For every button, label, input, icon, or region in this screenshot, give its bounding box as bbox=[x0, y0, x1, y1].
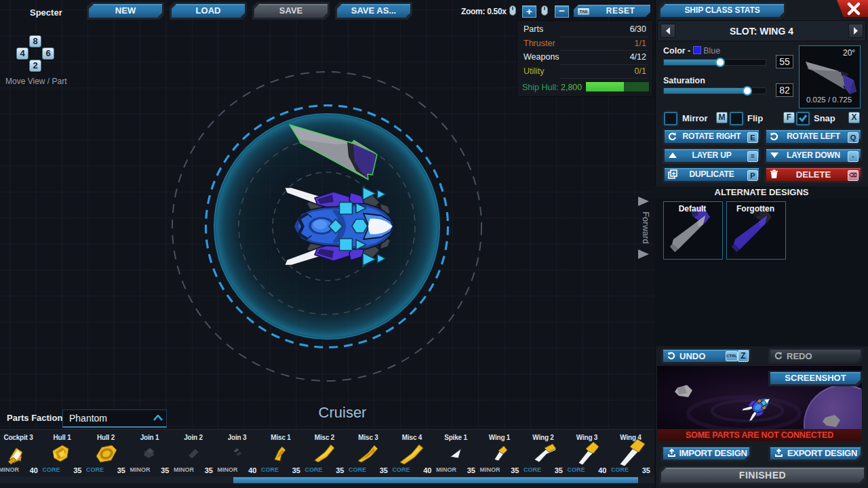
svg-text:Forward: Forward bbox=[641, 211, 651, 244]
